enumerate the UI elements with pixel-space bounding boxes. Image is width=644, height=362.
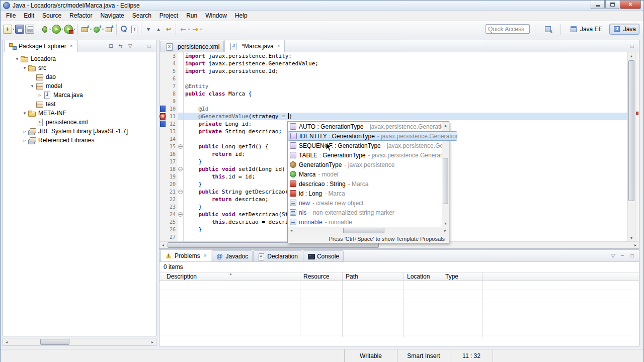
assist-item-sequence-generationtype[interactable]: SEQUENCE : GenerationType - javax.persis… (288, 141, 449, 150)
code-text[interactable]: @Entity (184, 82, 627, 90)
expand-arrow-icon[interactable]: ▾ (22, 111, 28, 116)
assist-item-nls[interactable]: nls - non-externalized string marker (288, 208, 449, 217)
link-editor-icon[interactable]: ⇆ (116, 42, 125, 50)
dropdown-arrow-icon[interactable]: ▾ (73, 27, 75, 31)
tree-item-locadora[interactable]: ▾Locadora (3, 54, 156, 63)
scroll-up-icon[interactable]: ▴ (628, 52, 635, 59)
close-tab-icon[interactable]: × (277, 43, 280, 49)
menu-search[interactable]: Search (128, 11, 155, 20)
scroll-left-icon[interactable]: ◂ (159, 242, 167, 248)
expand-arrow-icon[interactable]: ▾ (29, 83, 35, 88)
fold-collapse-icon[interactable] (178, 190, 183, 194)
assist-horizontal-scrollbar[interactable]: ◂ ▸ (288, 227, 449, 234)
menu-run[interactable]: Run (182, 11, 201, 20)
minimize-icon[interactable]: − (618, 252, 627, 259)
menu-project[interactable]: Project (155, 11, 182, 20)
scroll-track[interactable] (10, 338, 149, 345)
editor-vertical-scrollbar[interactable]: ▴ ▾ (627, 52, 635, 241)
tree-item-referenced-libraries[interactable]: ▹Referenced Libraries (3, 136, 156, 145)
tree-item-dao[interactable]: dao (3, 72, 156, 81)
new-java-project-icon[interactable]: ▾ (80, 24, 92, 34)
code-text[interactable]: @GeneratedValue(strategy = ) (184, 113, 627, 120)
expand-arrow-icon[interactable]: ▹ (22, 138, 28, 143)
code-text[interactable]: @Id (184, 105, 627, 113)
minimize-icon[interactable]: − (135, 42, 144, 50)
assist-item-runnable[interactable]: runnable - runnable (288, 217, 449, 227)
new-java-package-icon[interactable] (104, 24, 114, 34)
dropdown-arrow-icon[interactable]: ▾ (90, 27, 92, 31)
quick-access-input[interactable] (486, 24, 530, 34)
save-icon[interactable] (15, 24, 25, 34)
scroll-left-icon[interactable]: ◂ (3, 338, 10, 345)
tree-item-persistence-xml[interactable]: persistence.xml (3, 118, 156, 127)
scroll-thumb[interactable] (443, 158, 448, 204)
scroll-thumb[interactable] (628, 60, 634, 201)
close-tab-icon[interactable]: × (204, 253, 207, 258)
scroll-thumb[interactable] (40, 339, 69, 345)
menu-refactor[interactable]: Refactor (65, 11, 96, 20)
perspective-java-button[interactable]: Java (609, 24, 639, 35)
perspective-java-ee-button[interactable]: Java EE (566, 24, 606, 35)
scroll-track[interactable] (628, 59, 635, 234)
expand-arrow-icon[interactable]: ▾ (14, 56, 20, 61)
previous-annotation-icon[interactable] (153, 24, 164, 34)
title-bar[interactable]: Java - Locadora/src/model/Marca.java - E… (1, 1, 643, 11)
minimize-icon[interactable]: − (618, 42, 627, 50)
tab-problems[interactable]: Problems× (160, 249, 211, 261)
print-icon[interactable] (25, 24, 35, 34)
tree-item-model[interactable]: ▾model (3, 81, 156, 90)
code-line-4[interactable]: 4import javax.persistence.GeneratedValue… (159, 60, 627, 67)
maximize-icon[interactable]: □ (628, 42, 636, 50)
run-external-icon[interactable]: ▾ (63, 24, 75, 34)
menu-source[interactable]: Source (38, 11, 65, 20)
scroll-right-icon[interactable]: ▸ (632, 242, 639, 248)
tree-item-src[interactable]: ▾src (3, 63, 156, 72)
forward-icon[interactable]: ▾ (190, 24, 202, 34)
scroll-thumb[interactable] (343, 228, 384, 233)
dropdown-arrow-icon[interactable]: ▾ (13, 27, 14, 31)
code-text[interactable]: import javax.persistence.GeneratedValue; (184, 60, 627, 67)
column-header-path[interactable]: Path (343, 273, 404, 281)
scroll-down-icon[interactable]: ▾ (442, 220, 449, 227)
view-menu-icon[interactable]: ▽ (609, 252, 617, 259)
column-header-resource[interactable]: Resource (300, 273, 343, 281)
last-edit-location-icon[interactable] (164, 24, 174, 34)
problems-table-body[interactable] (159, 281, 639, 337)
code-text[interactable]: public class Marca { (184, 90, 627, 98)
tree-item-jre-system-library-javase-1-7[interactable]: ▹JRE System Library [JavaSE-1.7] (3, 127, 156, 136)
assist-item-table-generationtype[interactable]: TABLE : GenerationType - javax.persisten… (288, 150, 449, 160)
open-type-icon[interactable] (129, 24, 139, 34)
collapse-all-icon[interactable]: ⊟ (107, 42, 115, 50)
dropdown-arrow-icon[interactable]: ▾ (61, 27, 63, 31)
maximize-icon[interactable]: □ (628, 252, 636, 259)
close-view-icon[interactable]: × (70, 43, 73, 49)
new-java-class-icon[interactable]: ▾ (92, 24, 104, 34)
dropdown-arrow-icon[interactable]: ▾ (49, 27, 51, 31)
fold-collapse-icon[interactable] (178, 144, 183, 149)
dropdown-arrow-icon[interactable]: ▾ (188, 27, 190, 31)
menu-edit[interactable]: Edit (20, 11, 38, 20)
open-perspective-button[interactable] (540, 24, 555, 35)
menu-file[interactable]: File (2, 11, 20, 20)
scroll-right-icon[interactable]: ▸ (149, 338, 156, 345)
error-overview-mark[interactable] (636, 112, 638, 115)
new-wizard-icon[interactable]: ▾ (3, 24, 15, 34)
tab-javadoc[interactable]: Javadoc (212, 250, 253, 261)
search-icon[interactable] (119, 24, 129, 34)
assist-item-new[interactable]: new - create new object (288, 198, 449, 208)
expand-arrow-icon[interactable]: ▹ (22, 129, 28, 134)
code-text[interactable]: import javax.persistence.Id; (184, 67, 627, 75)
dropdown-arrow-icon[interactable]: ▾ (102, 27, 104, 31)
expand-arrow-icon[interactable]: ▹ (37, 93, 43, 98)
assist-item-descricao-string[interactable]: descricao : String - Marca (288, 179, 449, 189)
code-line-10[interactable]: 10 @Id (159, 105, 627, 113)
scroll-down-icon[interactable]: ▾ (628, 234, 635, 241)
fold-collapse-icon[interactable] (178, 167, 183, 171)
menu-window[interactable]: Window (201, 11, 231, 20)
maximize-button[interactable] (605, 1, 619, 9)
scroll-left-icon[interactable]: ◂ (288, 227, 295, 234)
fold-collapse-icon[interactable] (178, 212, 183, 217)
assist-item-identity-generationtype[interactable]: IDENTITY : GenerationType - javax.persis… (288, 131, 457, 141)
code-line-9[interactable]: 9 (159, 98, 627, 105)
maximize-icon[interactable]: □ (145, 42, 153, 50)
